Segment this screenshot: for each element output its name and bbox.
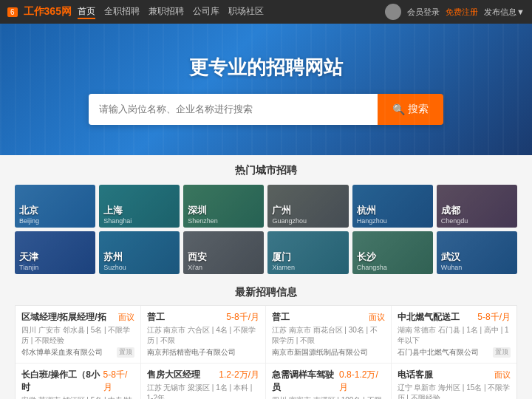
job-title: 急需调样车驾驶员 (272, 369, 339, 394)
main-nav: 首页 全职招聘 兼职招聘 公司库 职场社区 (78, 5, 264, 19)
job-title: 售房大区经理 (147, 369, 200, 381)
nav-home[interactable]: 首页 (78, 5, 95, 19)
job-salary: 5-8千/月 (226, 311, 259, 324)
city-overlay: 上海 Shanghai (99, 185, 180, 228)
job-title: 区域经理/拓展经理/拓 (21, 311, 106, 324)
job-list-item[interactable]: 区域经理/拓展经理/拓 面议 四川 广安市 邻水县 | 5名 | 不限学历 | … (16, 306, 141, 364)
city-name-cn: 西安 (188, 250, 259, 264)
register-btn[interactable]: 免费注册 (446, 7, 478, 18)
company-name: 南京市新国源纸制品有限公司 (272, 347, 368, 358)
header-left: 6 工作365网 首页 全职招聘 兼职招聘 公司库 职场社区 (7, 5, 264, 19)
city-name-en: Guangzhou (272, 217, 344, 225)
city-name-cn: 深圳 (188, 204, 259, 217)
job-list-item[interactable]: 普工 5-8千/月 江苏 南京市 六合区 | 4名 | 不限学历 | 不限 南京… (141, 306, 267, 364)
job-company: 邻水博单采血浆有限公司 置顶 (21, 347, 134, 358)
header: 6 工作365网 首页 全职招聘 兼职招聘 公司库 职场社区 会员登录 免费注册… (0, 0, 532, 24)
city-card-chengdu[interactable]: 成都 Chengdu (437, 185, 517, 228)
city-card-xiamen[interactable]: 厦门 Xiamen (267, 231, 348, 274)
nav-fulltime[interactable]: 全职招聘 (104, 5, 140, 19)
job-list-item[interactable]: 电话客服 面议 辽宁 阜新市 海州区 | 15名 | 不限学历 | 不限经验 辽… (392, 364, 517, 399)
hot-cities-title: 热门城市招聘 (15, 164, 517, 177)
job-list-item[interactable]: 急需调样车驾驶员 0.8-1.2万/月 四川 宜宾市 南溪区 | 100名 | … (266, 364, 392, 399)
city-overlay: 杭州 Hangzhou (352, 185, 433, 228)
city-name-cn: 长沙 (357, 250, 429, 264)
search-input[interactable] (89, 94, 378, 125)
city-overlay: 广州 Guangzhou (267, 185, 348, 228)
city-name-cn: 武汉 (441, 250, 513, 264)
city-card-guangzhou[interactable]: 广州 Guangzhou (267, 185, 348, 228)
city-card-shenzhen[interactable]: 深圳 Shenzhen (183, 185, 264, 228)
hot-cities-section: 热门城市招聘 北京 Beijing 上海 Shanghai 深圳 Shenzhe… (0, 155, 532, 283)
search-icon: 🔍 (392, 103, 405, 115)
logo-icon: 6 (7, 7, 18, 17)
job-top: 急需调样车驾驶员 0.8-1.2万/月 (272, 369, 385, 394)
city-overlay: 深圳 Shenzhen (183, 185, 264, 228)
city-name-cn: 苏州 (103, 250, 175, 264)
header-right: 会员登录 免费注册 发布信息▼ (385, 4, 525, 20)
search-bar: 🔍 搜索 (89, 94, 443, 125)
jobs-title: 最新招聘信息 (15, 286, 517, 299)
job-title: 中北燃气配送工 (398, 311, 460, 324)
city-overlay: 北京 Beijing (15, 185, 95, 228)
job-info: 四川 宜宾市 南溪区 | 100名 | 不限学历 | 1年以下 (272, 395, 385, 399)
job-company: 石门县中北燃气有限公司 置顶 (398, 347, 511, 358)
city-name-en: Xiamen (272, 264, 344, 271)
city-name-cn: 成都 (441, 204, 513, 217)
job-list-item[interactable]: 长白班/操作工（8小时 5-8千/月 安徽 芜湖市 鸠江区 | 5名 | 中专/… (16, 364, 141, 399)
job-top: 区域经理/拓展经理/拓 面议 (21, 311, 134, 324)
company-name: 南京邦括精密电子有限公司 (147, 347, 236, 358)
jobs-grid: 区域经理/拓展经理/拓 面议 四川 广安市 邻水县 | 5名 | 不限学历 | … (15, 305, 517, 399)
city-card-xi'an[interactable]: 西安 Xi'an (183, 231, 264, 274)
job-title: 电话客服 (398, 369, 433, 381)
hero-title: 更专业的招聘网站 (189, 55, 343, 81)
city-name-cn: 北京 (19, 204, 91, 217)
city-name-en: Xi'an (188, 264, 259, 271)
latest-jobs-section: 最新招聘信息 区域经理/拓展经理/拓 面议 四川 广安市 邻水县 | 5名 | … (0, 283, 532, 399)
city-name-en: Tianjin (19, 264, 91, 271)
job-salary: 5-8千/月 (477, 311, 511, 324)
job-title: 长白班/操作工（8小时 (21, 369, 103, 394)
city-name-en: Chengdu (441, 217, 513, 225)
job-tag: 置顶 (117, 347, 134, 358)
city-card-wuhan[interactable]: 武汉 Wuhan (437, 231, 517, 274)
city-name-cn: 天津 (19, 250, 91, 264)
city-card-changsha[interactable]: 长沙 Changsha (352, 231, 433, 274)
nav-parttime[interactable]: 兼职招聘 (149, 5, 184, 19)
job-salary: 0.8-1.2万/月 (339, 369, 384, 394)
city-name-cn: 杭州 (357, 204, 429, 217)
cities-grid: 北京 Beijing 上海 Shanghai 深圳 Shenzhen 广州 Gu… (15, 185, 517, 274)
nav-companies[interactable]: 公司库 (193, 5, 219, 19)
publish-btn[interactable]: 发布信息▼ (484, 7, 525, 18)
job-info: 江苏 南京市 雨花台区 | 30名 | 不限学历 | 不限 (272, 325, 385, 346)
job-list-item[interactable]: 普工 面议 江苏 南京市 雨花台区 | 30名 | 不限学历 | 不限 南京市新… (266, 306, 392, 364)
city-card-beijing[interactable]: 北京 Beijing (15, 185, 95, 228)
job-list-item[interactable]: 售房大区经理 1.2-2万/月 江苏 无锡市 梁溪区 | 1名 | 本科 | 1… (141, 364, 267, 399)
city-overlay: 成都 Chengdu (437, 185, 517, 228)
job-tag: 置顶 (493, 347, 511, 358)
job-top: 售房大区经理 1.2-2万/月 (147, 369, 260, 381)
job-top: 普工 5-8千/月 (147, 311, 260, 324)
job-info: 湖南 常德市 石门县 | 1名 | 高中 | 1年以下 (398, 325, 511, 346)
city-name-en: Changsha (357, 264, 429, 271)
job-info: 江苏 南京市 六合区 | 4名 | 不限学历 | 不限 (147, 325, 260, 346)
job-list-item[interactable]: 中北燃气配送工 5-8千/月 湖南 常德市 石门县 | 1名 | 高中 | 1年… (392, 306, 517, 364)
login-btn[interactable]: 会员登录 (407, 7, 440, 18)
job-info: 江苏 无锡市 梁溪区 | 1名 | 本科 | 1-2年 (147, 383, 260, 399)
logo-text: 工作365网 (24, 5, 72, 18)
city-card-suzhou[interactable]: 苏州 Suzhou (99, 231, 180, 274)
city-card-shanghai[interactable]: 上海 Shanghai (99, 185, 180, 228)
job-top: 长白班/操作工（8小时 5-8千/月 (21, 369, 134, 394)
city-name-en: Beijing (19, 217, 91, 225)
search-button[interactable]: 🔍 搜索 (378, 94, 443, 125)
job-title: 普工 (147, 311, 165, 324)
city-overlay: 厦门 Xiamen (267, 231, 348, 274)
job-salary: 面议 (494, 369, 511, 381)
city-card-hangzhou[interactable]: 杭州 Hangzhou (352, 185, 433, 228)
city-card-tianjin[interactable]: 天津 Tianjin (15, 231, 95, 274)
company-name: 邻水博单采血浆有限公司 (21, 347, 103, 358)
nav-community[interactable]: 职场社区 (228, 5, 264, 19)
city-overlay: 苏州 Suzhou (99, 231, 180, 274)
city-overlay: 长沙 Changsha (352, 231, 433, 274)
job-top: 普工 面议 (272, 311, 385, 324)
job-title: 普工 (272, 311, 290, 324)
